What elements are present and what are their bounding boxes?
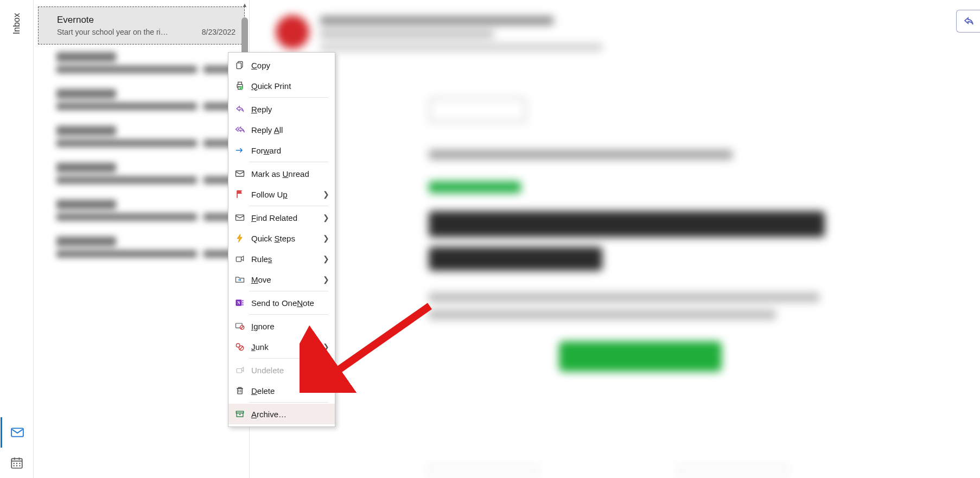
context-reply-all[interactable]: Reply All (228, 119, 335, 140)
svg-rect-8 (13, 465, 14, 466)
scroll-thumb[interactable] (241, 17, 248, 55)
svg-rect-5 (13, 463, 14, 464)
forward-icon (234, 144, 246, 156)
context-quick-steps[interactable]: Quick Steps ❯ (228, 228, 335, 248)
message-row-redacted (38, 81, 245, 118)
find-icon (234, 212, 246, 224)
svg-rect-18 (236, 215, 244, 220)
message-list[interactable]: EvernoteStart your school year on the ri… (34, 0, 250, 478)
svg-text:N: N (237, 301, 240, 305)
calendar-module-button[interactable] (1, 448, 33, 478)
reply-all-icon (234, 124, 246, 136)
message-row-redacted (38, 155, 245, 192)
sender-avatar (276, 15, 309, 49)
undelete-icon (234, 364, 246, 376)
context-reply[interactable]: Reply (228, 99, 335, 119)
trash-icon (234, 385, 246, 397)
svg-rect-32 (238, 388, 242, 394)
inbox-folder-label[interactable]: Inbox (12, 13, 22, 34)
svg-rect-23 (242, 302, 244, 304)
svg-rect-24 (242, 304, 244, 306)
context-quick-print[interactable]: Quick Print (228, 75, 335, 96)
reply-icon (962, 15, 975, 28)
svg-rect-36 (237, 413, 243, 417)
ignore-icon (234, 320, 246, 332)
svg-rect-7 (19, 463, 20, 464)
svg-rect-10 (19, 465, 20, 466)
message-preview: Start your school year on the ri… (57, 28, 195, 36)
scroll-up-icon[interactable]: ▲ (240, 0, 250, 10)
message-row-redacted (38, 229, 245, 266)
calendar-icon (10, 456, 24, 470)
onenote-icon: N (234, 297, 246, 309)
print-icon (234, 80, 246, 92)
chevron-right-icon: ❯ (323, 342, 329, 351)
chevron-right-icon: ❯ (323, 275, 329, 284)
svg-rect-22 (242, 300, 244, 302)
svg-rect-31 (237, 369, 241, 373)
context-undelete: Undelete (228, 360, 335, 380)
svg-rect-6 (16, 463, 17, 464)
chevron-right-icon: ❯ (323, 254, 329, 263)
context-junk[interactable]: Junk ❯ (228, 336, 335, 357)
chevron-right-icon: ❯ (323, 213, 329, 222)
context-follow-up[interactable]: Follow Up ❯ (228, 184, 335, 205)
svg-rect-14 (238, 82, 242, 84)
mail-icon (10, 425, 24, 439)
context-delete[interactable]: Delete (228, 380, 335, 401)
context-onenote[interactable]: N Send to OneNote (228, 292, 335, 313)
mail-module-button[interactable] (1, 417, 33, 448)
context-copy[interactable]: Copy (228, 55, 335, 75)
context-mark-unread[interactable]: Mark as Unread (228, 163, 335, 184)
context-rules[interactable]: Rules ❯ (228, 248, 335, 269)
message-context-menu: Copy Quick Print Reply Reply All Forward… (228, 52, 335, 427)
message-date: 8/23/2022 (202, 28, 236, 36)
flag-icon (234, 188, 246, 200)
message-row-redacted (38, 118, 245, 155)
context-ignore[interactable]: Ignore (228, 316, 335, 336)
reply-icon (234, 103, 246, 115)
message-row-redacted (38, 44, 245, 81)
move-folder-icon (234, 273, 246, 285)
copy-icon (234, 59, 246, 71)
reading-pane (250, 0, 980, 478)
chevron-right-icon: ❯ (323, 234, 329, 243)
context-find-related[interactable]: Find Related ❯ (228, 207, 335, 228)
svg-rect-9 (16, 465, 17, 466)
message-from: Evernote (57, 15, 236, 26)
context-forward[interactable]: Forward (228, 140, 335, 161)
rules-icon (234, 253, 246, 265)
message-row[interactable]: EvernoteStart your school year on the ri… (38, 7, 245, 44)
context-archive[interactable]: Archive… (228, 404, 335, 424)
lightning-icon (234, 232, 246, 244)
envelope-icon (234, 168, 246, 180)
svg-rect-17 (236, 171, 244, 176)
context-move[interactable]: Move ❯ (228, 269, 335, 290)
archive-icon (234, 408, 246, 420)
chevron-right-icon: ❯ (323, 190, 329, 199)
svg-rect-19 (236, 257, 241, 262)
reply-button[interactable] (956, 10, 980, 33)
message-row-redacted (38, 192, 245, 229)
svg-rect-12 (237, 63, 241, 69)
junk-icon (234, 341, 246, 353)
navigation-rail: Inbox (0, 0, 34, 478)
